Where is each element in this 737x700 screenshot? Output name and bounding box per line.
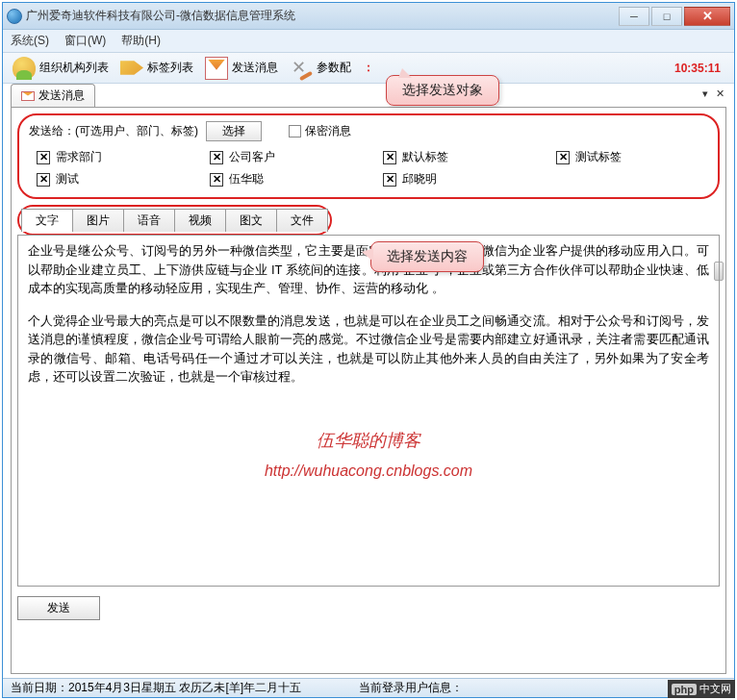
select-recipient-button[interactable]: 选择 — [206, 121, 262, 141]
tab-send-message[interactable]: 发送消息 — [11, 84, 95, 107]
maximize-button[interactable]: □ — [651, 7, 682, 26]
chip-row-1: ✕需求部门 ✕公司客户 ✕默认标签 ✕测试标签 — [29, 149, 708, 165]
content-tab-highlight: 文字 图片 语音 视频 图文 文件 — [17, 205, 332, 236]
chip: ✕公司客户 — [210, 149, 325, 165]
toolbar-msg-button[interactable]: 发送消息 — [201, 55, 282, 82]
remove-chip-icon[interactable]: ✕ — [383, 173, 396, 187]
titlebar[interactable]: 广州爱奇迪软件科技有限公司-微信数据信息管理系统 ─ □ ✕ — [3, 3, 734, 30]
toolbar-msg-label: 发送消息 — [232, 60, 278, 76]
document-tab-bar: 发送消息 ▾ ✕ — [11, 86, 726, 107]
tab-controls: ▾ ✕ — [700, 88, 726, 100]
secret-checkbox-wrap[interactable]: 保密消息 — [289, 123, 351, 139]
statusbar: 当前日期：2015年4月3日星期五 农历乙未[羊]年二月十五 当前登录用户信息： — [3, 678, 734, 697]
app-window: 广州爱奇迪软件科技有限公司-微信数据信息管理系统 ─ □ ✕ 系统(S) 窗口(… — [2, 2, 735, 698]
toolbar-org-button[interactable]: 组织机构列表 — [9, 55, 113, 82]
toolbar-tag-button[interactable]: 标签列表 — [116, 55, 197, 82]
tab-dropdown[interactable]: ▾ — [700, 88, 710, 100]
content-tab-text[interactable]: 文字 — [21, 209, 73, 232]
editor-paragraph: 个人觉得企业号最大的亮点是可以不限数量的消息发送，也就是可以在企业员工之间畅通交… — [28, 312, 709, 387]
watermark-url: http://wuhuacong.cnblogs.com — [265, 460, 472, 483]
app-icon — [7, 9, 22, 24]
status-user: 当前登录用户信息： — [359, 680, 463, 696]
message-icon — [205, 57, 228, 80]
tag-icon — [120, 57, 143, 80]
status-date: 当前日期：2015年4月3日星期五 农历乙未[羊]年二月十五 — [11, 680, 301, 696]
chip-row-2: ✕测试 ✕伍华聪 ✕邱晓明 — [29, 171, 708, 188]
toolbar-settings-label: 参数配 — [317, 60, 351, 76]
send-panel: 发送给：(可选用户、部门、标签) 选择 保密消息 ✕需求部门 ✕公司客户 ✕默认… — [11, 107, 726, 674]
tab-label: 发送消息 — [38, 88, 85, 104]
recipient-label: 发送给：(可选用户、部门、标签) — [29, 123, 198, 139]
time-display: 10:35:11 — [674, 62, 721, 75]
separator-dot: ： — [363, 60, 374, 76]
chip: ✕测试标签 — [556, 149, 672, 165]
callout-recipient: 选择发送对象 — [386, 75, 499, 106]
remove-chip-icon[interactable]: ✕ — [556, 151, 570, 164]
content-tab-file[interactable]: 文件 — [276, 209, 328, 232]
watermark-name: 伍华聪的博客 — [265, 428, 472, 454]
toolbar-settings-button[interactable]: 参数配 — [286, 55, 355, 82]
remove-chip-icon[interactable]: ✕ — [383, 151, 396, 164]
toolbar-org-label: 组织机构列表 — [39, 60, 109, 76]
tab-close[interactable]: ✕ — [714, 88, 726, 100]
chip: ✕默认标签 — [383, 149, 498, 165]
secret-checkbox[interactable] — [289, 125, 301, 138]
callout-content: 选择发送内容 — [370, 241, 484, 272]
content-tab-richtext[interactable]: 图文 — [225, 209, 277, 232]
toolbar-tag-label: 标签列表 — [147, 60, 193, 76]
remove-chip-icon[interactable]: ✕ — [37, 173, 50, 187]
chip: ✕邱晓明 — [383, 171, 498, 188]
close-button[interactable]: ✕ — [684, 7, 730, 26]
chip: ✕伍华聪 — [210, 171, 325, 188]
content-tab-row: 文字 图片 语音 视频 图文 文件 — [17, 205, 720, 236]
php-badge: php 中文网 — [668, 680, 735, 698]
recipient-section: 发送给：(可选用户、部门、标签) 选择 保密消息 ✕需求部门 ✕公司客户 ✕默认… — [17, 113, 720, 199]
secret-label: 保密消息 — [305, 123, 351, 139]
content-tab-voice[interactable]: 语音 — [123, 209, 175, 232]
org-icon — [13, 57, 36, 80]
recipient-header: 发送给：(可选用户、部门、标签) 选择 保密消息 — [29, 121, 708, 141]
message-icon — [21, 91, 35, 101]
menubar: 系统(S) 窗口(W) 帮助(H) — [3, 30, 734, 53]
message-editor[interactable]: 企业号是继公众号、订阅号的另外一种微信类型，它主要是面对企业的。企业号是微信为企… — [17, 235, 720, 587]
chip: ✕测试 — [37, 171, 152, 188]
remove-chip-icon[interactable]: ✕ — [37, 151, 50, 164]
menu-system[interactable]: 系统(S) — [11, 33, 49, 49]
send-button[interactable]: 发送 — [17, 596, 100, 620]
php-badge-text: 中文网 — [699, 682, 731, 696]
toolbar: 组织机构列表 标签列表 发送消息 参数配 ： 10:35:11 — [3, 53, 734, 84]
window-controls: ─ □ ✕ — [619, 7, 730, 26]
php-badge-logo: php — [672, 684, 697, 695]
remove-chip-icon[interactable]: ✕ — [210, 151, 223, 164]
content-tab-image[interactable]: 图片 — [72, 209, 124, 232]
content-area: 发送消息 ▾ ✕ 发送给：(可选用户、部门、标签) 选择 保密消息 ✕需求部门 — [11, 86, 726, 678]
watermark: 伍华聪的博客 http://wuhuacong.cnblogs.com — [265, 428, 472, 483]
remove-chip-icon[interactable]: ✕ — [210, 173, 223, 187]
settings-icon — [290, 57, 313, 80]
menu-help[interactable]: 帮助(H) — [121, 33, 161, 49]
chip: ✕需求部门 — [37, 149, 152, 165]
minimize-button[interactable]: ─ — [619, 7, 649, 26]
content-tab-video[interactable]: 视频 — [174, 209, 226, 232]
send-row: 发送 — [17, 596, 720, 620]
window-title: 广州爱奇迪软件科技有限公司-微信数据信息管理系统 — [26, 8, 619, 24]
menu-window[interactable]: 窗口(W) — [64, 33, 106, 49]
